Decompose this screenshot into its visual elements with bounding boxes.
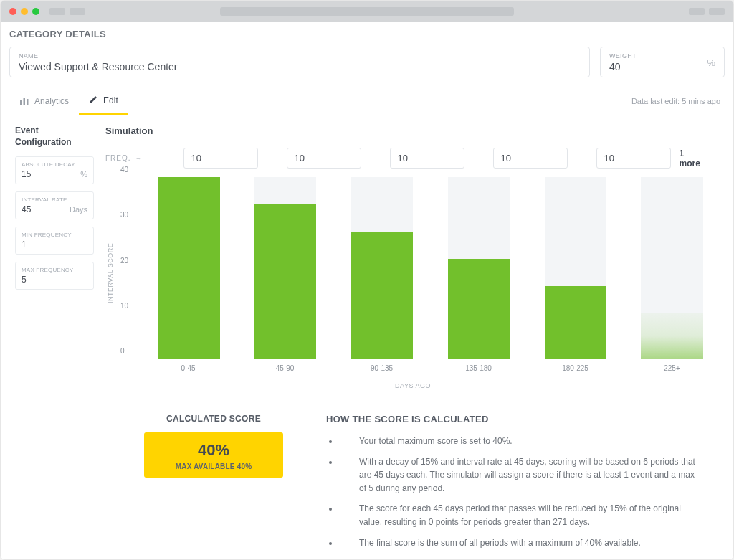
more-link[interactable]: 1 more (680, 148, 716, 169)
event-config-sidebar: Event Configuration ABSOLUTE DECAY 15% I… (9, 115, 100, 559)
max-frequency-field[interactable]: MAX FREQUENCY 5 (15, 262, 94, 290)
calculated-score-sub: MAX AVAILABLE 40% (150, 462, 277, 470)
chart-bar (641, 313, 702, 359)
y-tick: 40 (120, 166, 128, 174)
x-tick: 225+ (624, 364, 720, 372)
x-tick: 0-45 (140, 364, 237, 372)
calculated-score-value: 40% (150, 441, 277, 460)
calculated-score-title: CALCULATED SCORE (144, 414, 283, 424)
explanation-item: With a decay of 15% and interval rate at… (339, 455, 699, 495)
x-tick: 135-180 (430, 364, 527, 372)
chart-bar (158, 177, 219, 359)
y-tick: 0 (120, 347, 125, 355)
minimize-icon[interactable] (21, 8, 28, 15)
name-label: NAME (19, 52, 581, 60)
y-tick: 30 (120, 211, 128, 219)
freq-label: FREQ. → (105, 154, 143, 162)
titlebar-placeholder (689, 8, 705, 15)
calculated-score-box: 40% MAX AVAILABLE 40% (144, 432, 283, 478)
analytics-icon (19, 95, 29, 108)
x-tick: 180-225 (527, 364, 624, 372)
tab-analytics-label: Analytics (34, 96, 69, 106)
titlebar-placeholder (70, 8, 85, 15)
chart-bar (545, 286, 606, 359)
freq-input-0[interactable]: 10 (184, 148, 258, 169)
address-bar[interactable] (220, 7, 514, 16)
explanation-list: Your total maximum score is set to 40%.W… (326, 435, 699, 549)
weight-field[interactable]: WEIGHT 40 % (600, 47, 725, 77)
x-axis-label: DAYS AGO (105, 382, 720, 389)
chart-bar (448, 259, 510, 359)
freq-input-1[interactable]: 10 (287, 148, 361, 169)
y-tick: 10 (120, 301, 128, 309)
page-title: CATEGORY DETAILS (9, 29, 725, 39)
x-tick: 90-135 (333, 364, 430, 372)
svg-rect-2 (27, 99, 29, 105)
titlebar-placeholder (49, 8, 65, 15)
x-tick: 45-90 (237, 364, 333, 372)
titlebar (1, 1, 733, 22)
interval-rate-field[interactable]: INTERVAL RATE 45Days (15, 191, 94, 219)
tab-analytics[interactable]: Analytics (9, 88, 79, 115)
explanation-item: The final score is the sum of all period… (339, 536, 699, 550)
weight-label: WEIGHT (609, 52, 707, 60)
svg-rect-0 (20, 100, 22, 105)
explanation-item: Your total maximum score is set to 40%. (339, 435, 699, 448)
interval-score-chart: 010203040 0-4545-9090-135135-180180-2252… (115, 177, 720, 369)
freq-input-4[interactable]: 10 (596, 148, 671, 169)
tab-edit-label: Edit (103, 95, 118, 105)
min-frequency-field[interactable]: MIN FREQUENCY 1 (15, 227, 94, 255)
simulation-title: Simulation (105, 125, 720, 136)
freq-input-3[interactable]: 10 (493, 148, 568, 169)
pencil-icon (89, 95, 98, 106)
tab-edit[interactable]: Edit (79, 87, 128, 115)
name-field[interactable]: NAME Viewed Support & Resource Center (9, 47, 590, 77)
y-tick: 20 (120, 256, 128, 264)
weight-value: 40 (609, 61, 707, 72)
freq-input-2[interactable]: 10 (390, 148, 464, 169)
maximize-icon[interactable] (32, 8, 39, 15)
explanation-title: HOW THE SCORE IS CALCULATED (326, 414, 699, 424)
arrow-right-icon: → (135, 154, 143, 162)
svg-rect-1 (24, 98, 26, 105)
chart-bar (254, 204, 316, 359)
absolute-decay-field[interactable]: ABSOLUTE DECAY 15% (15, 156, 94, 184)
y-axis-label: INTERVAL SCORE (105, 177, 115, 369)
traffic-lights (9, 8, 39, 15)
app-window: CATEGORY DETAILS NAME Viewed Support & R… (0, 0, 734, 560)
titlebar-placeholder (709, 8, 725, 15)
name-value: Viewed Support & Resource Center (19, 61, 581, 72)
explanation-item: The score for each 45 days period that p… (339, 502, 699, 528)
chart-bar (351, 232, 413, 359)
weight-suffix: % (707, 57, 715, 68)
sidebar-title: Event Configuration (15, 125, 94, 148)
close-icon[interactable] (9, 8, 16, 15)
last-edit-meta: Data last edit: 5 mins ago (631, 97, 725, 105)
